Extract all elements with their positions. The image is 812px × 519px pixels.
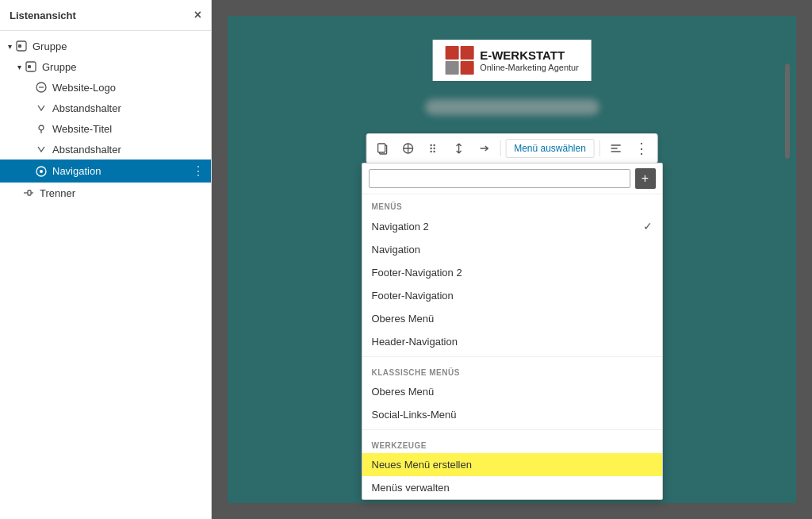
logo-sq-2 [460, 46, 473, 60]
drag-button[interactable] [422, 137, 444, 160]
logo-sq-4 [460, 61, 473, 75]
svg-point-6 [39, 125, 44, 130]
svg-point-20 [433, 148, 435, 149]
arrow-icon [35, 143, 48, 156]
logo-sub-text: Online-Marketing Agentur [480, 63, 579, 72]
sidebar-tree: ▾ Gruppe ▾ Gruppe Website-Logo [0, 31, 211, 519]
circle-nav-icon [35, 165, 48, 178]
sidebar-item-gruppe-1[interactable]: ▾ Gruppe [0, 36, 211, 56]
divider-icon [22, 186, 35, 199]
logo-squares [445, 46, 473, 75]
dropdown-item-label: Oberes Menü [372, 386, 435, 398]
toolbar: Menü auswählen ⋮ [366, 133, 658, 163]
dropdown-item-oberes-menu-2[interactable]: Oberes Menü [362, 380, 662, 403]
canvas-scrollbar[interactable] [785, 63, 790, 159]
svg-rect-1 [18, 44, 21, 48]
sidebar-item-label: Navigation [52, 165, 192, 177]
menu-select-button[interactable]: Menü auswählen [505, 139, 595, 158]
sidebar-item-gruppe-2[interactable]: ▾ Gruppe [0, 56, 211, 77]
blurred-nav-bar [425, 99, 599, 115]
sidebar-item-abstandshalter-1[interactable]: Abstandshalter [0, 98, 211, 118]
svg-rect-13 [377, 144, 385, 152]
dropdown-item-label: Neues Menü erstellen [372, 459, 472, 471]
close-icon[interactable]: × [194, 8, 201, 22]
settings-button[interactable] [396, 137, 419, 160]
more-options-button[interactable]: ⋮ [630, 137, 653, 160]
arrow-icon [35, 102, 48, 114]
dropdown-item-label: Social-Links-Menü [372, 409, 457, 421]
sidebar-header: Listenansicht × [0, 0, 211, 31]
main-area: E-WERKSTATT Online-Marketing Agentur [212, 0, 812, 519]
sidebar-item-label: Trenner [40, 187, 205, 199]
dropdown-item-header-nav[interactable]: Header-Navigation [362, 330, 662, 353]
sidebar-item-label: Abstandshalter [52, 102, 205, 114]
svg-point-17 [430, 144, 431, 146]
dropdown-item-navigation2[interactable]: Navigation 2 ✓ [362, 214, 662, 238]
sidebar: Listenansicht × ▾ Gruppe ▾ Gruppe Websit… [0, 0, 212, 519]
group-icon [25, 60, 37, 73]
dropdown-panel: + MENÜS Navigation 2 ✓ Navigation Footer… [362, 163, 663, 500]
chevron-icon: ▾ [8, 42, 12, 51]
dropdown-item-label: Menüs verwalten [372, 482, 450, 494]
svg-point-19 [430, 148, 431, 149]
dropdown-item-navigation[interactable]: Navigation [362, 238, 662, 261]
canvas-preview: E-WERKSTATT Online-Marketing Agentur [228, 16, 796, 503]
more-icon[interactable]: ⋮ [192, 163, 205, 179]
logo-sq-1 [445, 46, 458, 60]
dropdown-section-werkzeuge: WERKZEUGE [362, 433, 662, 453]
svg-rect-10 [28, 190, 31, 195]
dropdown-item-label: Footer-Navigation 2 [372, 267, 462, 279]
dropdown-divider-2 [362, 429, 662, 430]
dropdown-item-label: Oberes Menü [372, 313, 435, 325]
sidebar-item-abstandshalter-2[interactable]: Abstandshalter [0, 139, 211, 160]
dropdown-search-input[interactable] [369, 169, 630, 188]
sidebar-item-trenner[interactable]: Trenner [0, 183, 211, 203]
sidebar-item-website-titel[interactable]: Website-Titel [0, 118, 211, 139]
dropdown-item-label: Footer-Navigation [372, 290, 454, 302]
sidebar-item-label: Gruppe [42, 61, 205, 73]
logo-box: E-WERKSTATT Online-Marketing Agentur [432, 40, 592, 81]
svg-point-22 [433, 151, 435, 152]
location-icon [35, 122, 48, 135]
dropdown-search-row: + [362, 163, 662, 194]
circle-minus-icon [35, 81, 48, 94]
align-button[interactable] [605, 137, 627, 160]
dropdown-item-label: Navigation [372, 244, 420, 256]
dropdown-item-footer-nav2[interactable]: Footer-Navigation 2 [362, 261, 662, 284]
dropdown-item-neues-menu[interactable]: Neues Menü erstellen [362, 453, 662, 476]
dropdown-section-klassische: KLASSISCHE MENÜS [362, 360, 662, 380]
dropdown-item-oberes-menu[interactable]: Oberes Menü [362, 307, 662, 330]
svg-rect-3 [28, 65, 31, 68]
sidebar-item-label: Gruppe [33, 40, 205, 52]
dropdown-item-social-links[interactable]: Social-Links-Menü [362, 403, 662, 426]
toolbar-separator-2 [599, 140, 600, 156]
dropdown-item-menus-verwalten[interactable]: Menüs verwalten [362, 476, 662, 499]
toolbar-separator [500, 140, 500, 156]
dropdown-add-button[interactable]: + [635, 168, 656, 189]
dropdown-divider-1 [362, 356, 662, 357]
sidebar-title: Listenansicht [10, 10, 76, 21]
sidebar-item-label: Website-Titel [52, 123, 205, 135]
logo-text-block: E-WERKSTATT Online-Marketing Agentur [480, 48, 579, 72]
sidebar-item-label: Website-Logo [52, 82, 205, 94]
dropdown-item-footer-nav[interactable]: Footer-Navigation [362, 284, 662, 307]
sidebar-item-label: Abstandshalter [52, 144, 205, 156]
sidebar-item-navigation[interactable]: Navigation ⋮ [0, 160, 211, 183]
move-button[interactable] [447, 137, 469, 160]
svg-point-21 [430, 151, 431, 152]
chevron-icon: ▾ [17, 63, 21, 71]
logo-main-text: E-WERKSTATT [480, 48, 579, 63]
dropdown-item-label: Navigation 2 [372, 221, 429, 233]
svg-point-18 [433, 144, 435, 146]
svg-point-8 [40, 170, 43, 173]
group-icon [15, 40, 28, 52]
copy-button[interactable] [371, 137, 393, 160]
arrow-button[interactable] [473, 137, 495, 160]
check-icon: ✓ [643, 220, 653, 233]
dropdown-item-label: Header-Navigation [372, 336, 458, 348]
dropdown-section-menus: MENÜS [362, 194, 662, 214]
sidebar-item-website-logo[interactable]: Website-Logo [0, 77, 211, 98]
logo-sq-3 [445, 61, 458, 75]
